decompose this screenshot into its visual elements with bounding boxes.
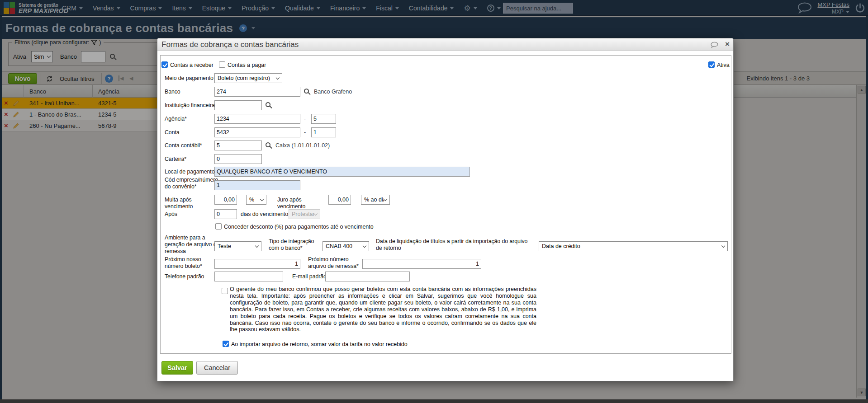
chevron-down-icon (721, 244, 725, 247)
conta-contabil-input[interactable] (214, 141, 262, 150)
conta-label: Conta (165, 129, 221, 136)
apos-label: Após (165, 211, 221, 218)
meio-pagamento-value: Boleto (com registro) (218, 75, 270, 81)
telefone-label: Telefone padrão (165, 273, 221, 280)
ambiente-remessa-label: Ambiente para a geração de arquivo de re… (165, 234, 221, 255)
conceder-desconto-checkbox[interactable] (215, 223, 222, 230)
banco-hint: Banco Grafeno (314, 89, 352, 95)
apos-mid-label: dias do vencimento (241, 211, 295, 218)
agencia-label: Agência* (165, 116, 221, 122)
proximo-boleto-input[interactable] (214, 259, 300, 269)
email-input[interactable] (325, 272, 410, 281)
juro-label: Juro após vencimento (277, 197, 327, 210)
contas-receber-checkbox[interactable] (161, 61, 168, 68)
multa-label: Multa após vencimento (165, 197, 221, 210)
apos-dias-input[interactable] (214, 209, 237, 219)
protestar-value: Protestar (292, 211, 314, 217)
modal-title: Formas de cobrança e contas bancárias (161, 40, 299, 49)
contas-receber-label: Contas a receber (170, 62, 213, 68)
salvar-button[interactable]: Salvar (161, 361, 193, 375)
proximo-remessa-input[interactable] (362, 259, 481, 269)
conta-contabil-search-icon[interactable] (266, 142, 270, 147)
multa-input[interactable] (214, 195, 237, 205)
juro-input[interactable] (328, 195, 351, 205)
ambiente-remessa-select[interactable]: Teste (214, 241, 261, 251)
proximo-remessa-label: Próximo número arquivo de remessa* (308, 256, 362, 270)
multa-unit-value: % (249, 197, 254, 203)
proximo-boleto-label: Próximo nosso número boleto* (165, 256, 221, 270)
juro-unit-value: % ao dia (364, 197, 384, 203)
modal-dialog: Formas de cobrança e contas bancárias × … (157, 38, 734, 381)
protestar-select: Protestar (289, 209, 320, 219)
chevron-down-icon (384, 197, 387, 201)
data-liquidacao-select[interactable]: Data de crédito (539, 241, 728, 251)
chevron-down-icon (260, 197, 264, 201)
banco-search-icon[interactable] (304, 89, 309, 94)
chevron-down-icon (314, 211, 318, 215)
modal-header: Formas de cobrança e contas bancárias × (157, 38, 733, 51)
cod-convenio-label: Cód empresa/número do convênio* (165, 177, 221, 190)
multa-unit-select[interactable]: % (246, 195, 266, 205)
banco-input[interactable] (214, 87, 300, 97)
ativa-checkbox[interactable] (708, 61, 715, 68)
tipo-integracao-value: CNAB 400 (326, 243, 352, 249)
carteira-label: Carteira* (165, 156, 221, 163)
agencia-input[interactable] (214, 114, 300, 124)
tipo-integracao-select[interactable]: CNAB 400 (323, 241, 369, 251)
ativa-label: Ativa (717, 62, 730, 68)
conta-input[interactable] (214, 127, 300, 137)
instituicao-label: Instituição financeira (165, 102, 221, 109)
homologacao-text: O gerente do meu banco confirmou que pos… (230, 286, 536, 333)
local-pagamento-label: Local de pagamento* (165, 169, 221, 175)
carteira-input[interactable] (214, 154, 262, 164)
agencia-dash: - (304, 116, 306, 122)
meio-pagamento-label: Meio de pagamento (165, 75, 221, 82)
local-pagamento-input[interactable] (214, 167, 470, 177)
conta-digito-input[interactable] (311, 127, 336, 137)
conta-contabil-label: Conta contábil* (165, 142, 221, 149)
juro-unit-select[interactable]: % ao dia (361, 195, 390, 205)
modal-chat-bubble-icon[interactable] (710, 42, 719, 48)
data-liquidacao-label: Data de liquidação de títulos a partir d… (376, 238, 534, 252)
contas-pagar-label: Contas a pagar (228, 62, 266, 68)
tarifa-label: Ao importar arquivo de retorno, somar va… (231, 341, 408, 347)
chevron-down-icon (255, 244, 259, 247)
tipo-integracao-label: Tipo de integração com o banco* (269, 238, 322, 252)
modal-close-icon[interactable]: × (725, 40, 730, 49)
chevron-down-icon (363, 244, 366, 247)
cancelar-button[interactable]: Cancelar (196, 361, 238, 375)
banco-label: Banco (165, 89, 221, 95)
agencia-digito-input[interactable] (311, 114, 336, 124)
conta-contabil-hint: Caixa (1.01.01.01.02) (275, 142, 330, 149)
instituicao-input[interactable] (214, 100, 262, 110)
ambiente-remessa-value: Teste (218, 243, 231, 249)
tarifa-checkbox[interactable] (223, 341, 229, 347)
instituicao-search-icon[interactable] (266, 102, 270, 107)
cod-convenio-input[interactable] (214, 180, 300, 190)
conceder-desconto-label: Conceder desconto (%) para pagamentos at… (224, 224, 374, 230)
telefone-input[interactable] (214, 272, 283, 281)
meio-pagamento-select[interactable]: Boleto (com registro) (214, 73, 282, 83)
chevron-down-icon (276, 75, 280, 79)
homologacao-checkbox[interactable] (222, 288, 228, 294)
data-liquidacao-value: Data de crédito (542, 243, 580, 249)
conta-dash: - (304, 129, 306, 136)
contas-pagar-checkbox[interactable] (219, 61, 225, 68)
